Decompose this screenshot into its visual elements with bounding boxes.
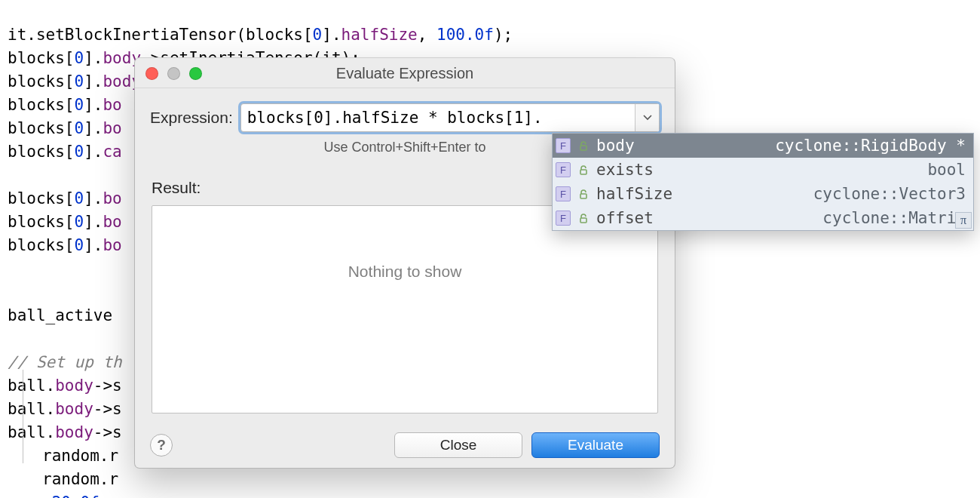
expression-history-dropdown[interactable]: [635, 104, 659, 131]
evaluate-expression-dialog: Evaluate Expression Expression: Use Cont…: [134, 57, 675, 469]
svg-rect-2: [580, 194, 586, 198]
code-line: ball_active: [8, 306, 112, 324]
zoom-window-button[interactable]: [189, 67, 202, 80]
autocomplete-item[interactable]: F offset cyclone::Matrix: [553, 206, 973, 230]
code-line: random.r: [8, 470, 118, 488]
field-badge-icon: F: [556, 138, 571, 153]
titlebar[interactable]: Evaluate Expression: [135, 58, 675, 88]
pi-hint-icon[interactable]: π: [955, 212, 972, 229]
autocomplete-name: exists: [596, 161, 654, 179]
code-line: [8, 260, 17, 278]
code-line: [8, 330, 17, 348]
autocomplete-name: body: [596, 137, 635, 155]
field-badge-icon: F: [556, 186, 571, 201]
minimize-window-button[interactable]: [167, 67, 180, 80]
result-label: Result:: [152, 179, 201, 197]
result-area[interactable]: Nothing to show: [152, 205, 658, 413]
code-line: // Set up th: [8, 353, 122, 371]
code-line: blocks[0].bo: [8, 189, 122, 208]
code-line: it.setBlockInertiaTensor(blocks[0].halfS…: [8, 26, 513, 44]
autocomplete-popup: F body cyclone::RigidBody * F exists boo…: [552, 133, 974, 231]
window-controls: [145, 67, 202, 80]
help-button[interactable]: ?: [150, 434, 173, 456]
code-line: ball.body->s: [8, 377, 122, 395]
code-line: blocks[0].bo: [8, 236, 122, 254]
autocomplete-item[interactable]: F body cyclone::RigidBody *: [553, 134, 973, 158]
field-badge-icon: F: [556, 211, 571, 226]
code-line: ball.body->s: [8, 400, 122, 418]
code-line: [8, 166, 17, 184]
expression-label: Expression:: [150, 109, 233, 127]
autocomplete-name: halfSize: [596, 185, 672, 203]
unlocked-icon: [578, 140, 589, 151]
autocomplete-type: bool: [927, 161, 966, 179]
code-line: blocks[0].bo: [8, 213, 122, 231]
svg-rect-3: [580, 218, 586, 223]
code-line: blocks[0].ca: [8, 143, 122, 161]
autocomplete-item[interactable]: F exists bool: [553, 158, 973, 182]
svg-rect-0: [580, 146, 586, 150]
help-icon: ?: [157, 437, 166, 453]
result-placeholder: Nothing to show: [348, 263, 462, 281]
chevron-down-icon: [643, 115, 652, 121]
svg-rect-1: [580, 170, 586, 174]
code-line: blocks[0].bo: [8, 96, 122, 114]
autocomplete-type: cyclone::Vector3: [813, 185, 966, 203]
code-line: blocks[0].bo: [8, 119, 122, 137]
expression-box: [240, 103, 660, 132]
evaluate-button[interactable]: Evaluate: [531, 432, 660, 458]
autocomplete-name: offset: [596, 209, 654, 227]
code-line: [8, 283, 17, 301]
dialog-title: Evaluate Expression: [135, 58, 675, 88]
code-line: random.r: [8, 447, 118, 465]
unlocked-icon: [578, 164, 589, 175]
field-badge-icon: F: [556, 162, 571, 177]
expression-input[interactable]: [241, 104, 635, 131]
autocomplete-type: cyclone::Matrix: [822, 209, 966, 227]
fold-guide: [23, 370, 23, 463]
unlocked-icon: [578, 189, 589, 199]
autocomplete-item[interactable]: F halfSize cyclone::Vector3: [553, 182, 973, 206]
close-window-button[interactable]: [145, 67, 158, 80]
code-line: -20.0f: [8, 493, 100, 498]
code-line: ball.body->s: [8, 423, 122, 441]
autocomplete-type: cyclone::RigidBody *: [775, 137, 966, 155]
close-button[interactable]: Close: [394, 432, 522, 458]
unlocked-icon: [578, 213, 589, 223]
